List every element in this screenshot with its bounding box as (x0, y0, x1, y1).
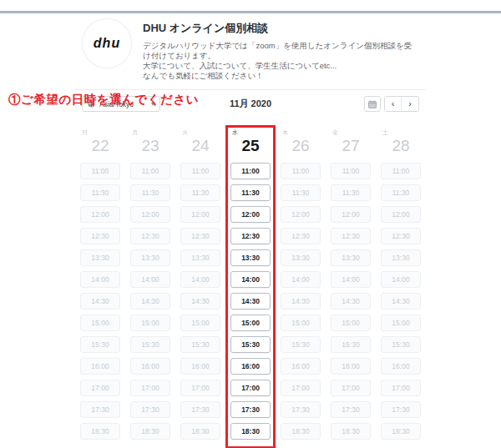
time-slot-button: 17:00 (381, 380, 421, 396)
time-slot-button: 15:30 (381, 336, 421, 353)
time-slot-button: 18:30 (130, 423, 170, 440)
time-slot-button: 16:00 (281, 358, 321, 375)
time-slot-button[interactable]: 12:30 (230, 228, 271, 244)
time-slot-button[interactable]: 15:30 (230, 336, 271, 353)
time-slot-button: 17:30 (80, 401, 120, 418)
time-slot-button: 13:30 (281, 249, 321, 266)
time-slot-button: 11:30 (130, 184, 170, 201)
time-slot-button: 15:00 (180, 315, 220, 331)
time-slot-button: 18:30 (381, 423, 421, 440)
weekday-label: 金 (332, 128, 338, 136)
time-slot-button: 11:00 (381, 163, 421, 179)
time-slot-button: 12:30 (331, 228, 371, 244)
time-slot-button[interactable]: 11:00 (230, 163, 271, 179)
time-slot-button[interactable]: 13:30 (230, 249, 271, 266)
time-slot-button[interactable]: 12:00 (230, 206, 271, 223)
date-label: 25 (241, 137, 259, 155)
weekday-label: 火 (182, 128, 188, 136)
day-column-23: 月2311:0011:3012:0012:3013:3014:0014:3015… (125, 128, 175, 445)
week-pager: ‹ › (384, 96, 419, 112)
date-label: 23 (141, 137, 159, 155)
time-slot-button: 18:30 (331, 423, 371, 440)
time-slot-button[interactable]: 16:00 (230, 358, 271, 375)
time-slot-button: 11:00 (80, 163, 120, 179)
time-slot-button[interactable]: 15:00 (230, 315, 271, 331)
time-slot-button[interactable]: 14:00 (230, 271, 271, 288)
date-label: 28 (392, 137, 409, 155)
day-column-24: 火2411:0011:3012:0012:3013:3014:0014:3015… (175, 128, 225, 445)
time-slot-button: 15:30 (180, 336, 220, 353)
description-line: なんでも気軽にご相談ください！ (143, 71, 419, 81)
date-label: 24 (191, 137, 209, 155)
time-slot-button: 16:00 (331, 358, 371, 375)
time-slot-button: 11:00 (130, 163, 170, 179)
time-slot-button[interactable]: 18:30 (230, 423, 271, 440)
time-slot-button: 17:00 (180, 380, 220, 396)
day-column-28: 土2811:0011:3012:0012:3013:3014:0014:3015… (376, 128, 426, 445)
time-slot-button: 13:30 (80, 249, 120, 266)
time-slot-button: 16:00 (80, 358, 120, 375)
time-slot-button: 17:00 (130, 380, 170, 396)
dhu-logo: dhu (82, 18, 132, 68)
time-slot-button: 12:30 (281, 228, 321, 244)
time-slot-button: 15:00 (281, 315, 321, 331)
time-slot-button: 11:30 (281, 184, 321, 201)
date-label: 27 (342, 137, 359, 155)
time-slot-button: 14:00 (130, 271, 170, 288)
dhu-logo-text: dhu (94, 36, 120, 51)
next-week-button[interactable]: › (402, 97, 418, 111)
time-slot-button: 12:00 (331, 206, 371, 223)
time-slot-button: 12:00 (80, 206, 120, 223)
weekday-label: 土 (382, 128, 388, 136)
time-slot-button: 18:30 (180, 423, 220, 440)
calendar-icon (368, 100, 377, 108)
time-slot-button: 13:30 (130, 249, 170, 266)
time-slot-button[interactable]: 14:30 (230, 293, 271, 310)
day-column-27: 金2711:0011:3012:0012:3013:3014:0014:3015… (326, 128, 376, 445)
time-slot-button: 17:30 (331, 401, 371, 418)
time-slot-button: 12:00 (281, 206, 321, 223)
time-slot-button: 16:00 (180, 358, 220, 375)
time-slot-button: 18:30 (80, 423, 120, 440)
time-slot-button: 11:00 (331, 163, 371, 179)
time-slot-button: 16:00 (130, 358, 170, 375)
time-slot-button: 14:30 (130, 293, 170, 310)
time-slot-button: 15:30 (331, 336, 371, 353)
time-slot-button: 15:00 (80, 315, 120, 331)
prev-week-button[interactable]: ‹ (385, 97, 402, 111)
time-slot-button[interactable]: 11:30 (230, 184, 271, 201)
time-slot-button: 14:00 (80, 271, 120, 288)
time-slot-button: 14:30 (381, 293, 421, 310)
day-column-26: 木2611:0011:3012:0012:3013:3014:0014:3015… (276, 128, 326, 445)
time-slot-button: 14:30 (180, 293, 220, 310)
calendar-nav: ‹ › (364, 96, 419, 112)
time-slot-button: 17:00 (331, 380, 371, 396)
description-line: 大学について、入試について、学生生活についてetc... (143, 61, 419, 71)
weekday-label: 月 (132, 128, 138, 136)
time-slot-button: 14:00 (331, 271, 371, 288)
time-slot-button: 15:30 (80, 336, 120, 353)
time-slot-button: 12:30 (381, 228, 421, 244)
time-slot-button: 14:30 (80, 293, 120, 310)
time-slot-button: 13:30 (331, 249, 371, 266)
calendar-view-button[interactable] (364, 96, 381, 112)
time-slot-button: 15:30 (281, 336, 321, 353)
time-slot-button: 12:30 (130, 228, 170, 244)
time-slot-button: 18:30 (281, 423, 321, 440)
time-slot-button[interactable]: 17:30 (230, 401, 271, 418)
time-slot-button: 17:30 (180, 401, 220, 418)
time-slot-button: 12:00 (381, 206, 421, 223)
time-slot-button: 12:30 (180, 228, 220, 244)
page-title: DHU オンライン個別相談 (143, 21, 419, 36)
header-text: DHU オンライン個別相談 デジタルハリウッド大学では「zoom」を使用したオン… (143, 18, 419, 81)
step-annotation: ①ご希望の日時を選んでください (8, 92, 199, 108)
weekday-label: 水 (232, 128, 238, 136)
time-slot-button: 11:30 (180, 184, 220, 201)
time-slot-button[interactable]: 17:00 (230, 380, 271, 396)
time-slot-button: 12:30 (80, 228, 120, 244)
time-slot-button: 15:00 (331, 315, 371, 331)
time-slot-button: 11:00 (180, 163, 220, 179)
time-slot-button: 17:30 (281, 401, 321, 418)
date-label: 26 (291, 137, 309, 155)
day-column-25: 水2511:0011:3012:0012:3013:3014:0014:3015… (225, 128, 276, 445)
